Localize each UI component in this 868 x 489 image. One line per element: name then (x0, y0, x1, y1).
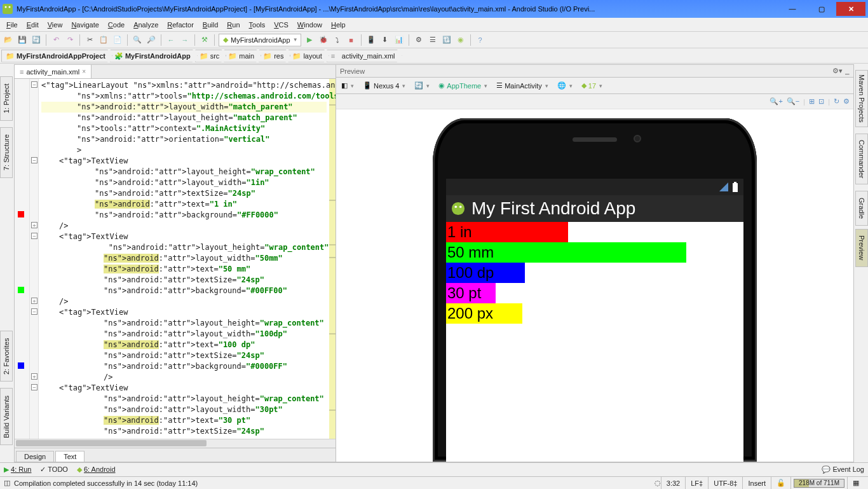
breadcrumb-item[interactable]: 📁MyFirstAndroidAppProject (1, 50, 112, 62)
code-line[interactable]: /> (41, 221, 327, 231)
orientation-drop[interactable]: 🔄 (412, 79, 432, 92)
fold-toggle[interactable]: − (31, 384, 37, 390)
help-icon[interactable]: ? (475, 34, 486, 46)
preview-textview[interactable]: 50 mm (446, 242, 686, 263)
fold-toggle[interactable]: + (31, 373, 37, 380)
activity-drop[interactable]: ☰ MainActivity (494, 79, 551, 92)
encoding[interactable]: UTF-8 ‡ (708, 477, 742, 489)
run-icon[interactable]: ▶ (304, 34, 315, 46)
menu-build[interactable]: Build (199, 20, 222, 30)
code-line[interactable]: "ns">android:"attr">background="#00FF00" (41, 286, 327, 296)
back-icon[interactable]: ← (165, 34, 177, 46)
avd-icon[interactable]: 📱 (365, 34, 377, 46)
device-drop[interactable]: 📱 Nexus 4 (360, 79, 408, 92)
fold-toggle[interactable]: − (31, 81, 37, 88)
refresh-icon[interactable]: ↻ (834, 97, 839, 106)
fold-toggle[interactable]: − (31, 157, 37, 163)
trash-icon[interactable]: ▦ (847, 477, 864, 489)
insert-mode[interactable]: Insert (742, 477, 771, 489)
forward-icon[interactable]: → (179, 34, 191, 46)
breadcrumb-item[interactable]: 🧩MyFirstAndroidApp (110, 50, 198, 62)
fold-toggle[interactable]: − (31, 233, 37, 239)
preview-textview[interactable]: 30 pt (446, 283, 496, 303)
code-line[interactable]: "ns">android:"attr">layout_height="wrap_… (41, 242, 327, 253)
sync-gradle-icon[interactable]: 🔃 (441, 34, 452, 46)
code-editor[interactable]: −−+−+−+− <"tag">LinearLayout "ns">xmlns:… (15, 79, 336, 439)
code-line[interactable]: <"tag">TextView (41, 383, 327, 394)
color-gutter-icon[interactable] (18, 362, 24, 369)
code-line[interactable]: "ns">android:"attr">textSize="24sp" (41, 188, 327, 199)
code-line[interactable]: "ns">android:"attr">background="#0000FF" (41, 361, 327, 372)
zoom-out-icon[interactable]: 🔍− (787, 97, 799, 106)
code-line[interactable]: "ns">android:"attr">text="100 dp" (41, 340, 327, 350)
find-icon[interactable]: 🔍 (132, 34, 143, 46)
fold-toggle[interactable]: + (31, 298, 37, 304)
error-stripe[interactable] (329, 79, 336, 439)
text-tab[interactable]: Text (55, 451, 85, 462)
close-button[interactable]: ✕ (836, 2, 865, 16)
code-line[interactable]: "ns">android:"attr">text="30 pt" (41, 415, 327, 426)
settings-icon[interactable]: ⚙ (413, 34, 424, 46)
horizontal-scrollbar[interactable] (15, 439, 336, 448)
menu-file[interactable]: File (3, 20, 22, 30)
locale-drop[interactable]: 🌐 (555, 79, 575, 92)
run-config-select[interactable]: ◆ MyFirstAndroidApp (219, 34, 301, 46)
breadcrumb-item[interactable]: 📁src (195, 50, 227, 62)
save-icon[interactable]: 💾 (17, 34, 28, 46)
redo-icon[interactable]: ↷ (64, 34, 76, 46)
zoom-actual-icon[interactable]: ⊡ (818, 97, 824, 106)
code-line[interactable]: "ns">android:"attr">layout_height="match… (41, 113, 327, 123)
sidebar-tab-gradle[interactable]: Gradle (855, 191, 868, 226)
memory-meter[interactable]: 218M of 711M (790, 477, 847, 489)
code-line[interactable]: /> (41, 372, 327, 383)
code-line[interactable]: "ns">xmlns:"attr">tools="http://schemas.… (41, 91, 327, 102)
hide-icon[interactable]: ⎯ (845, 67, 850, 75)
run-toolwindow[interactable]: ▶ 4: Run (4, 465, 31, 474)
render-config-drop[interactable]: ◧ (339, 79, 356, 92)
status-scope-icon[interactable]: ◫ (4, 479, 10, 487)
menu-vcs[interactable]: VCS (270, 20, 292, 30)
menu-help[interactable]: Help (327, 20, 349, 30)
android-icon[interactable]: ◉ (455, 34, 466, 46)
build-icon[interactable]: ⚒ (199, 34, 210, 46)
menu-analyze[interactable]: Analyze (130, 20, 162, 30)
preview-textview[interactable]: 100 dp (446, 263, 525, 283)
color-gutter-icon[interactable] (18, 211, 24, 217)
sidebar-tab-commander[interactable]: Commander (855, 134, 868, 184)
sidebar-tab-structure[interactable]: 7: Structure (0, 127, 13, 178)
code-line[interactable]: /> (41, 296, 327, 307)
preview-canvas[interactable]: My First Android App 1 in50 mm100 dp30 p… (336, 109, 853, 462)
maximize-button[interactable]: ▢ (807, 2, 836, 16)
code-line[interactable]: "ns">android:"attr">orientation="vertica… (41, 134, 327, 145)
code-line[interactable]: "ns">android:"attr">textSize="24sp" (41, 426, 327, 437)
todo-toolwindow[interactable]: ✓ TODO (40, 465, 67, 474)
android-toolwindow[interactable]: ◆ 6: Android (77, 465, 116, 474)
code-line[interactable]: "ns">android:"attr">textSize="24sp" (41, 350, 327, 361)
code-line[interactable]: "ns">android:"attr">layout_width="1in" (41, 177, 327, 188)
close-tab-icon[interactable]: × (82, 68, 86, 75)
copy-icon[interactable]: 📋 (98, 34, 109, 46)
attach-icon[interactable]: ⤵ (332, 34, 343, 46)
fold-toggle[interactable]: + (31, 222, 37, 228)
editor-tab-activity-main[interactable]: ≡ activity_main.xml × (15, 65, 92, 78)
menu-tools[interactable]: Tools (245, 20, 269, 30)
code-line[interactable]: <"tag">TextView (41, 307, 327, 318)
stop-icon[interactable]: ■ (346, 34, 357, 46)
menu-view[interactable]: View (44, 20, 67, 30)
cursor-position[interactable]: 3:32 (661, 477, 685, 489)
code-line[interactable]: "ns">android:"attr">textSize="24sp" (41, 275, 327, 286)
code-line[interactable]: <"tag">LinearLayout "ns">xmlns:"attr">an… (41, 80, 327, 91)
menu-window[interactable]: Window (294, 20, 326, 30)
sidebar-tab-project[interactable]: 1: Project (0, 76, 13, 121)
debug-icon[interactable]: 🐞 (318, 34, 329, 46)
breadcrumb-item[interactable]: 📁main (224, 50, 261, 62)
gear-icon[interactable]: ⚙▾ (832, 67, 843, 75)
code-line[interactable]: "ns">android:"attr">text="1 in" (41, 199, 327, 210)
sidebar-tab-preview[interactable]: Preview (855, 229, 868, 267)
code-line[interactable]: "ns">android:"attr">layout_height="wrap_… (41, 167, 327, 177)
monitor-icon[interactable]: 📊 (393, 34, 405, 46)
menu-run[interactable]: Run (223, 20, 243, 30)
breadcrumb-item[interactable]: 📁res (259, 50, 290, 62)
cut-icon[interactable]: ✂ (84, 34, 95, 46)
code-line[interactable]: "ns">android:"attr">layout_height="wrap_… (41, 394, 327, 404)
